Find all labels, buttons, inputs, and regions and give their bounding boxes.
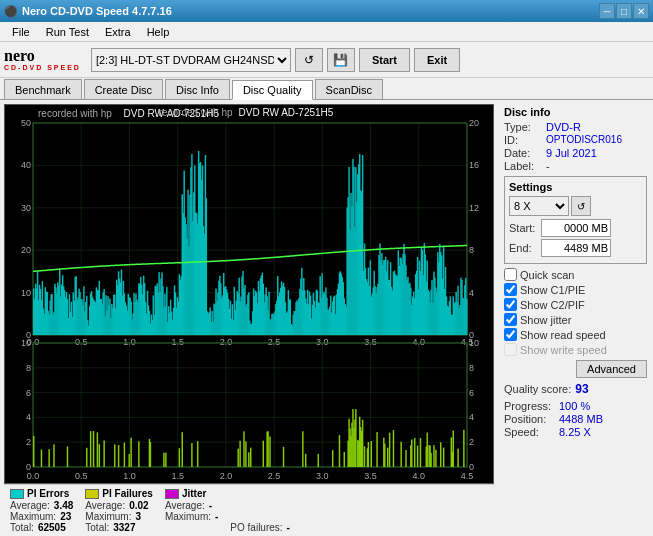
quick-scan-label: Quick scan [520,269,574,281]
pi-errors-max-label: Maximum: [10,511,56,522]
show-read-speed-row: Show read speed [504,328,647,341]
tab-disc-quality[interactable]: Disc Quality [232,80,313,100]
chart-area: recorded with hp DVD RW AD-7251H5 [4,104,494,484]
show-write-speed-label: Show write speed [520,344,607,356]
speed-row: 8 X Max 1 X 2 X 4 X 12 X 16 X ↺ [509,196,642,216]
settings-section: Settings 8 X Max 1 X 2 X 4 X 12 X 16 X ↺… [504,176,647,264]
toolbar: nero CD-DVD SPEED [2:3] HL-DT-ST DVDRAM … [0,42,653,78]
start-label: Start: [509,222,539,234]
jitter-max-value: - [215,511,218,522]
app-icon: ⚫ [4,5,18,18]
settings-refresh-btn[interactable]: ↺ [571,196,591,216]
menu-run-test[interactable]: Run Test [38,24,97,40]
pi-errors-label: PI Errors [27,488,69,499]
show-c1-pie-label: Show C1/PIE [520,284,585,296]
menu-extra[interactable]: Extra [97,24,139,40]
show-read-speed-label: Show read speed [520,329,606,341]
info-panel: Disc info Type: DVD-R ID: OPTODISCR016 D… [498,100,653,536]
legend-jitter: Jitter Average: - Maximum: - [165,488,218,533]
pi-failures-total-value: 3327 [113,522,135,533]
titlebar: ⚫ Nero CD-DVD Speed 4.7.7.16 ─ □ ✕ [0,0,653,22]
disc-info-date-row: Date: 9 Jul 2021 [504,147,647,159]
po-failures-value: - [287,522,290,533]
pi-errors-total-label: Total: [10,522,34,533]
end-label: End: [509,242,539,254]
chart-model-text: DVD RW AD-7251H5 [239,107,334,118]
tab-disc-info[interactable]: Disc Info [165,79,230,99]
refresh-button[interactable]: ↺ [295,48,323,72]
speed-label: Speed: [504,426,559,438]
drive-selector[interactable]: [2:3] HL-DT-ST DVDRAM GH24NSD0 LH00 [91,48,291,72]
minimize-button[interactable]: ─ [599,3,615,19]
show-jitter-row: Show jitter [504,313,647,326]
pi-errors-color [10,489,24,499]
date-value: 9 Jul 2021 [546,147,597,159]
pi-errors-avg-label: Average: [10,500,50,511]
disc-label-value: - [546,160,550,172]
show-jitter-label: Show jitter [520,314,571,326]
show-c2-pif-label: Show C2/PIF [520,299,585,311]
speed-select[interactable]: 8 X Max 1 X 2 X 4 X 12 X 16 X [509,196,569,216]
exit-button[interactable]: Exit [414,48,460,72]
progress-value: 100 % [559,400,590,412]
menubar: File Run Test Extra Help [0,22,653,42]
advanced-button[interactable]: Advanced [576,360,647,378]
quality-score-row: Quality score: 93 [504,382,647,396]
start-button[interactable]: Start [359,48,410,72]
legend-area: PI Errors Average: 3.48 Maximum: 23 Tota… [4,484,494,536]
pi-errors-avg-value: 3.48 [54,500,73,511]
menu-help[interactable]: Help [139,24,178,40]
main-content: recorded with hp DVD RW AD-7251H5 PI Err… [0,100,653,536]
jitter-max-label: Maximum: [165,511,211,522]
tab-benchmark[interactable]: Benchmark [4,79,82,99]
jitter-label: Jitter [182,488,206,499]
progress-section: Progress: 100 % Position: 4488 MB Speed:… [504,400,647,438]
start-mb-row: Start: [509,219,642,237]
speed-value: 8.25 X [559,426,591,438]
legend-pi-errors: PI Errors Average: 3.48 Maximum: 23 Tota… [10,488,73,533]
disc-info-title: Disc info [504,106,647,118]
start-input[interactable] [541,219,611,237]
save-button[interactable]: 💾 [327,48,355,72]
pi-failures-avg-label: Average: [85,500,125,511]
disc-label-label: Label: [504,160,546,172]
progress-label: Progress: [504,400,559,412]
show-c1-pie-checkbox[interactable] [504,283,517,296]
show-write-speed-checkbox [504,343,517,356]
end-input[interactable] [541,239,611,257]
nero-logo-text: nero [4,48,35,64]
show-c2-pif-checkbox[interactable] [504,298,517,311]
menu-file[interactable]: File [4,24,38,40]
show-c1-pie-row: Show C1/PIE [504,283,647,296]
show-read-speed-checkbox[interactable] [504,328,517,341]
disc-info-id-row: ID: OPTODISCR016 [504,134,647,146]
close-button[interactable]: ✕ [633,3,649,19]
show-jitter-checkbox[interactable] [504,313,517,326]
tab-scan-disc[interactable]: ScanDisc [315,79,383,99]
jitter-avg-label: Average: [165,500,205,511]
quick-scan-checkbox[interactable] [504,268,517,281]
chart-header: recorded with hp DVD RW AD-7251H5 [5,107,493,118]
tab-create-disc[interactable]: Create Disc [84,79,163,99]
quality-score-value: 93 [575,382,588,396]
pi-failures-max-label: Maximum: [85,511,131,522]
pi-failures-total-label: Total: [85,522,109,533]
speed-row: Speed: 8.25 X [504,426,647,438]
po-failures-label: PO failures: [230,522,282,533]
titlebar-title: ⚫ Nero CD-DVD Speed 4.7.7.16 [4,5,172,18]
jitter-color [165,489,179,499]
pi-failures-max-value: 3 [135,511,141,522]
type-value: DVD-R [546,121,581,133]
show-write-speed-row: Show write speed [504,343,647,356]
pi-failures-label: PI Failures [102,488,153,499]
id-value: OPTODISCR016 [546,134,622,146]
maximize-button[interactable]: □ [616,3,632,19]
disc-info-type-row: Type: DVD-R [504,121,647,133]
tab-bar: Benchmark Create Disc Disc Info Disc Qua… [0,78,653,100]
jitter-avg-value: - [209,500,212,511]
pi-failures-color [85,489,99,499]
show-c2-pif-row: Show C2/PIF [504,298,647,311]
id-label: ID: [504,134,546,146]
disc-info-section: Disc info Type: DVD-R ID: OPTODISCR016 D… [504,106,647,172]
titlebar-controls: ─ □ ✕ [599,3,649,19]
